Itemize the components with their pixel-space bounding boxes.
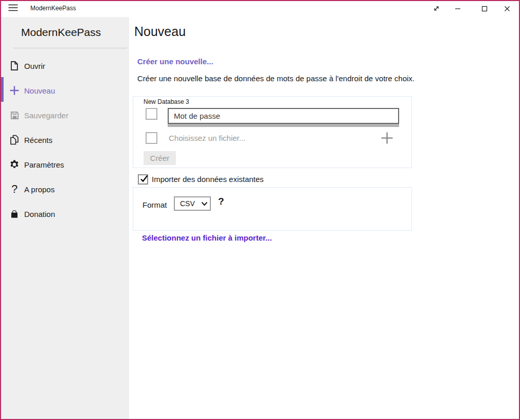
selected-indicator (1, 77, 4, 102)
sidebar-item-ouvrir[interactable]: Ouvrir (0, 53, 129, 78)
fullscreen-button[interactable] (424, 0, 448, 17)
select-import-file-link[interactable]: Sélectionnez un fichier à importer... (142, 233, 272, 242)
password-field-underbar (168, 124, 399, 127)
sidebar-item-recents[interactable]: Récents (0, 127, 129, 152)
close-button[interactable] (495, 0, 519, 17)
page-title: Nouveau (134, 23, 186, 40)
document-icon (8, 61, 21, 71)
format-help-button[interactable]: ? (218, 196, 224, 207)
main-content: Nouveau Créer une nouvelle... Créer une … (129, 17, 520, 420)
save-icon (8, 111, 21, 120)
password-field-border (168, 108, 399, 124)
minimize-icon (455, 6, 461, 12)
keyfile-checkbox[interactable] (146, 132, 157, 144)
maximize-icon (481, 6, 488, 12)
gear-icon (8, 159, 21, 170)
sidebar-item-label: Sauvegarder (24, 111, 68, 120)
sidebar-item-label: Paramètres (24, 160, 64, 169)
format-label: Format (142, 200, 167, 209)
sidebar: ModernKeePass Ouvrir Nouveau Sauvegarder (0, 17, 129, 420)
maximize-button[interactable] (473, 0, 496, 17)
sidebar-item-nouveau[interactable]: Nouveau (0, 78, 129, 103)
plus-icon (8, 85, 21, 96)
sidebar-nav: Ouvrir Nouveau Sauvegarder Récents (0, 53, 129, 226)
create-button[interactable]: Créer (144, 151, 176, 165)
minimize-button[interactable] (446, 0, 470, 17)
sidebar-divider (13, 48, 127, 48)
password-input[interactable] (169, 109, 398, 123)
question-icon: ? (8, 184, 21, 195)
sidebar-item-label: Donation (24, 210, 55, 218)
add-file-button[interactable] (379, 131, 395, 147)
plus-icon (380, 131, 394, 147)
keyfile-placeholder: Choisissez un fichier... (169, 134, 245, 142)
hamburger-icon (8, 4, 18, 13)
window-title: ModernKeePass (30, 0, 76, 17)
format-selected-value: CSV (180, 199, 195, 208)
password-checkbox[interactable] (146, 108, 157, 120)
import-options-card: Format CSV ? Sélectionnez un fichier à i… (133, 187, 412, 231)
sidebar-item-donation[interactable]: Donation (0, 202, 129, 226)
sidebar-item-label: Récents (24, 136, 52, 144)
sidebar-item-label: Nouveau (24, 86, 55, 95)
sidebar-item-apropos[interactable]: ? A propos (0, 177, 129, 202)
sidebar-app-title: ModernKeePass (21, 25, 101, 40)
import-checkbox-row[interactable]: Importer des données existantes (138, 174, 264, 185)
sidebar-item-parametres[interactable]: Paramètres (0, 152, 129, 177)
import-checkbox-label: Importer des données existantes (152, 174, 264, 185)
sidebar-item-label: A propos (24, 185, 55, 194)
database-name-label: New Database 3 (144, 98, 189, 105)
bag-icon (8, 209, 21, 219)
title-bar: ModernKeePass (0, 0, 520, 17)
fullscreen-icon (433, 5, 440, 12)
sidebar-item-sauvegarder[interactable]: Sauvegarder (0, 103, 129, 127)
hamburger-menu-button[interactable] (1, 0, 25, 17)
create-new-link[interactable]: Créer une nouvelle... (137, 57, 213, 66)
close-icon (504, 6, 510, 12)
import-checkbox[interactable] (138, 174, 148, 185)
sidebar-item-label: Ouvrir (24, 62, 45, 70)
page-description: Créer une nouvelle base de données de mo… (137, 74, 415, 83)
chevron-down-icon (201, 202, 208, 206)
format-combobox[interactable]: CSV (174, 196, 211, 211)
copy-icon (8, 135, 21, 145)
new-database-card: New Database 3 Choisissez un fichier... … (133, 96, 412, 168)
